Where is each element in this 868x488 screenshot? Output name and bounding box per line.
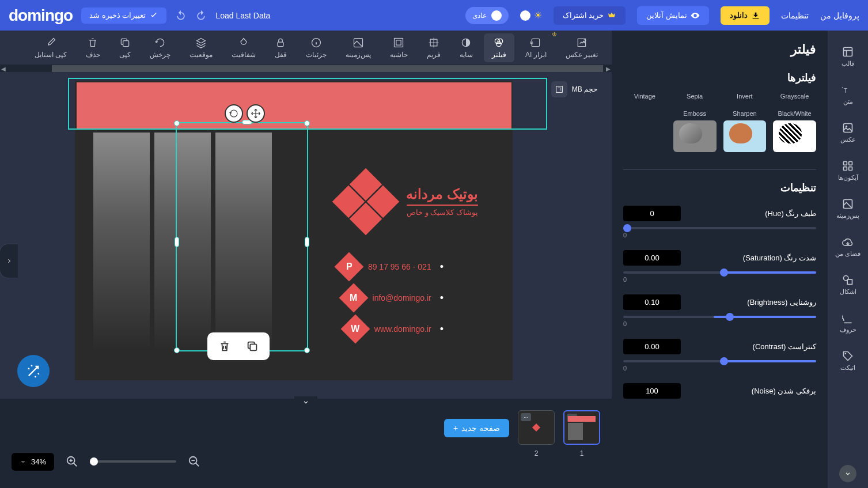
slider-value-input[interactable]: 100 [623, 383, 681, 399]
undo-icon[interactable] [175, 10, 187, 21]
sidebar-fonts[interactable]: A حروف [828, 305, 868, 341]
magic-fab-button[interactable] [17, 355, 50, 387]
selection-box-inner[interactable] [176, 122, 308, 351]
zoom-level-pill[interactable]: 34% [12, 453, 54, 471]
slider-handle[interactable] [726, 313, 734, 321]
mode-toggle[interactable]: عادی [465, 7, 509, 24]
svg-line-41 [196, 463, 199, 467]
float-delete-button[interactable] [217, 338, 233, 354]
canvas-content[interactable]: حجم MB بوتیک مردانه پوشاک کلاسیک و خاص [0, 72, 612, 399]
sidebar-scroll-down[interactable] [839, 465, 856, 482]
tool-shadow[interactable]: سایه [452, 33, 481, 62]
tool-position[interactable]: موقعیت [181, 33, 221, 62]
svg-rect-7 [844, 162, 847, 165]
slider-value-input[interactable]: 0 [623, 206, 681, 221]
float-copy-button[interactable] [244, 338, 260, 354]
redo-icon[interactable] [195, 10, 207, 21]
sidebar-label: آیکون‌ها [838, 174, 858, 181]
page-thumb-box-1[interactable]: ⋯ [563, 410, 600, 445]
filter-grayscale[interactable]: Grayscale [773, 93, 816, 103]
expand-icon [555, 85, 564, 94]
resize-handle-e[interactable] [305, 237, 309, 247]
sidebar-label: حروف [840, 326, 856, 334]
contact-phone: •021 - 66 95 17 89P [339, 256, 444, 277]
red-banner-element[interactable] [77, 82, 511, 128]
zoom-in-button[interactable] [63, 452, 81, 471]
slider-value-input[interactable]: 0.10 [623, 294, 681, 310]
slider-track[interactable] [623, 316, 816, 318]
horizontal-scrollbar[interactable]: ◀ ▶ [0, 65, 612, 72]
tool-delete[interactable]: حذف [78, 33, 108, 62]
size-label: حجم MB [572, 85, 597, 93]
tool-ai[interactable]: ♔ AI ابزار AI [517, 33, 555, 62]
resize-handle-nw[interactable] [174, 120, 180, 126]
resize-handle-ne[interactable] [304, 120, 310, 126]
filter-invert[interactable]: Invert [723, 93, 767, 103]
sidebar-etiquette[interactable]: اتیکت [828, 343, 868, 379]
scroll-right-arrow[interactable]: ▶ [605, 65, 612, 72]
tool-copy-style[interactable]: کپی استایل [26, 33, 75, 62]
settings-link[interactable]: تنظیمات [781, 11, 809, 20]
resize-handle-se[interactable] [304, 347, 310, 353]
slider-value-input[interactable]: 0.00 [623, 250, 681, 266]
sidebar-shapes[interactable]: اشکال [828, 267, 868, 302]
rotate-handle[interactable] [225, 104, 243, 123]
slider-handle[interactable] [720, 268, 728, 277]
profile-link[interactable]: پروفایل من [820, 11, 859, 20]
tool-filter[interactable]: فیلتر [484, 33, 514, 62]
filter-label: Sharpen [733, 110, 757, 117]
slider-handle[interactable] [623, 224, 631, 232]
tool-change-image[interactable]: تغییر عکس [558, 33, 606, 62]
slider-num: 0 [623, 276, 816, 283]
filter-thumb-img [773, 120, 816, 152]
load-last-button[interactable]: Load Last Data [215, 11, 270, 20]
tool-lock[interactable]: قفل [267, 33, 295, 62]
new-page-button[interactable]: صفحه جدید + [444, 419, 509, 437]
saved-indicator: تغییرات ذخیره شد [81, 7, 166, 24]
tool-opacity[interactable]: شفافیت [223, 33, 264, 62]
resize-handle-sw[interactable] [174, 347, 180, 353]
filter-thumb-img [723, 120, 767, 152]
slider-handle[interactable] [720, 357, 728, 365]
preview-button[interactable]: نمایش آنلاین [637, 6, 709, 25]
tool-margin[interactable]: حاشیه [382, 33, 416, 62]
subscribe-button[interactable]: خرید اشتراک [554, 6, 626, 25]
page-menu-2[interactable]: ⋯ [521, 413, 531, 421]
filter-vintage[interactable]: Vintage [623, 93, 666, 103]
zoom-out-button[interactable] [185, 452, 203, 471]
sidebar-icons[interactable]: آیکون‌ها [828, 153, 868, 188]
tool-frame[interactable]: فریم [419, 33, 449, 62]
slider-track[interactable] [623, 360, 816, 362]
scroll-thumb[interactable] [52, 65, 603, 72]
zoom-slider[interactable] [90, 460, 176, 463]
filter-sepia[interactable]: Sepia [673, 93, 717, 103]
trash-icon [87, 37, 98, 48]
slider-track[interactable] [623, 227, 816, 229]
move-handle[interactable] [247, 104, 265, 123]
theme-toggle[interactable]: ☀ [520, 10, 542, 21]
zoom-slider-handle[interactable] [90, 457, 98, 466]
filter-sharpen[interactable]: Sharpen [723, 110, 767, 152]
page-thumb-box-2[interactable]: ⋯ [518, 410, 555, 445]
sidebar-image[interactable]: عکس [828, 115, 868, 150]
download-button[interactable]: دانلود [721, 6, 770, 25]
theme-toggle-handle [520, 10, 530, 21]
tool-details[interactable]: جزئیات [298, 33, 335, 62]
slider-value-input[interactable]: 0.00 [623, 339, 681, 354]
tool-copy[interactable]: کپی [111, 33, 139, 62]
size-button[interactable] [551, 81, 567, 97]
panel-collapse-button[interactable] [0, 244, 18, 278]
filter-bw[interactable]: Black/White [773, 110, 816, 152]
slider-track[interactable] [623, 271, 816, 274]
filter-emboss[interactable]: Emboss [673, 110, 717, 152]
sidebar-text[interactable]: TT متن [828, 77, 868, 112]
bottom-collapse-tab[interactable] [294, 396, 317, 408]
sidebar-myspace[interactable]: فضای من [828, 229, 868, 264]
resize-handle-w[interactable] [175, 237, 179, 247]
tool-rotate[interactable]: چرخش [142, 33, 179, 62]
scroll-left-arrow[interactable]: ◀ [0, 65, 7, 72]
tool-background[interactable]: پس‌زمینه [338, 33, 379, 62]
slider-hue: طیف رنگ (Hue)0 0 [623, 206, 816, 239]
sidebar-template[interactable]: قالب [828, 39, 868, 74]
sidebar-background[interactable]: پس‌زمینه [828, 191, 868, 226]
